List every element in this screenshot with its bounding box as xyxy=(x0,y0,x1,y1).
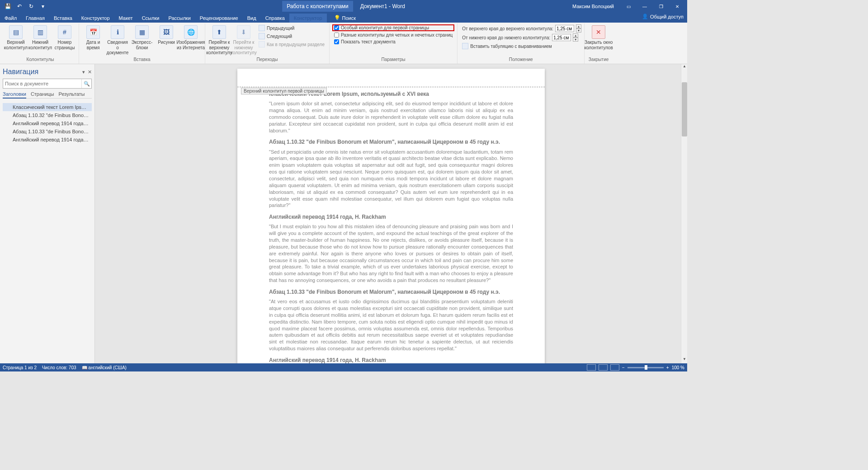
previous-section-button[interactable]: Предыдущий xyxy=(257,24,326,32)
spin-up-icon[interactable]: ▲ xyxy=(576,24,581,28)
diff-oddeven-check[interactable] xyxy=(334,33,339,38)
view-print-layout-button[interactable] xyxy=(599,364,608,371)
tab-layout[interactable]: Макет xyxy=(114,14,137,23)
tab-design[interactable]: Конструктор xyxy=(77,14,114,23)
tab-view[interactable]: Вид xyxy=(243,14,261,23)
scroll-down-icon[interactable]: ▼ xyxy=(681,357,687,363)
scroll-up-icon[interactable]: ▲ xyxy=(681,64,687,70)
different-odd-even-checkbox[interactable]: Разные колонтитулы для четных и нечетных… xyxy=(332,32,454,38)
vertical-scrollbar[interactable]: ▲ ▼ xyxy=(681,64,687,363)
tab-file[interactable]: Файл xyxy=(0,14,21,23)
nav-search-input[interactable] xyxy=(3,79,81,88)
zoom-out-button[interactable]: − xyxy=(622,365,625,370)
doc-info-button[interactable]: ℹСведения о документе xyxy=(106,24,129,56)
view-read-mode-button[interactable] xyxy=(587,364,596,371)
tab-insert[interactable]: Вставка xyxy=(49,14,77,23)
status-word-count[interactable]: Число слов: 703 xyxy=(42,365,76,370)
from-bottom-input[interactable] xyxy=(552,34,571,41)
date-time-button[interactable]: 📅Дата и время xyxy=(82,24,104,50)
goto-header-icon: ⬆ xyxy=(212,25,226,39)
page-number-button[interactable]: #Номер страницы xyxy=(53,24,76,50)
view-web-layout-button[interactable] xyxy=(610,364,619,371)
spin-down-icon[interactable]: ▼ xyxy=(576,28,581,33)
nav-heading-item[interactable]: Абзац 1.10.33 "de Finibus Bonorum et Mal… xyxy=(3,127,92,136)
nav-close-icon[interactable]: ✕ xyxy=(88,69,92,75)
zoom-slider[interactable] xyxy=(627,367,664,368)
share-icon: 👤 xyxy=(642,14,648,19)
nav-title-text: Навигация xyxy=(3,68,38,76)
nav-heading-item[interactable]: Абзац 1.10.32 "de Finibus Bonorum et Mal… xyxy=(3,111,92,119)
bottom-header-button[interactable]: ▥Нижний колонтитул xyxy=(29,24,52,50)
close-header-footer-button[interactable]: ✕Закрыть окно колонтитулов xyxy=(587,24,610,50)
show-text-check[interactable] xyxy=(334,39,339,44)
share-button[interactable]: 👤 Общий доступ xyxy=(642,14,684,19)
goto-header-button[interactable]: ⬆Перейти к верхнему колонтитулу xyxy=(208,24,231,56)
undo-icon[interactable]: ↶ xyxy=(14,1,24,11)
redo-icon[interactable]: ↻ xyxy=(26,1,36,11)
quick-parts-button[interactable]: ▦Экспресс-блоки xyxy=(131,24,153,50)
next-section-button[interactable]: Следующий xyxy=(257,33,326,40)
document-area[interactable]: Верхний колонтитул первой страницы Класс… xyxy=(95,64,687,363)
insert-tab-alignment-button[interactable]: Вставить табуляцию с выравниванием xyxy=(460,42,581,50)
link-icon xyxy=(259,41,265,47)
status-language[interactable]: 📖 английский (США) xyxy=(82,365,127,370)
quick-parts-label: Экспресс-блоки xyxy=(131,40,153,50)
pictures-button[interactable]: 🖼Рисунки xyxy=(155,24,178,45)
tell-me-search[interactable]: 💡 Поиск xyxy=(330,13,359,23)
zoom-knob[interactable] xyxy=(645,365,647,370)
close-hf-label: Закрыть окно колонтитулов xyxy=(584,40,613,50)
user-name: Максим Волоцкий xyxy=(572,4,614,9)
different-first-page-checkbox[interactable]: Особый колонтитул для первой страницы xyxy=(332,24,454,31)
link-previous-button[interactable]: Как в предыдущем разделе xyxy=(257,41,326,48)
zoom-level[interactable]: 100 % xyxy=(672,365,684,370)
nav-tab-headings[interactable]: Заголовки xyxy=(3,91,26,99)
nav-heading-item[interactable]: Английский перевод 1914 года, H. Rackham xyxy=(3,136,92,144)
zoom-in-button[interactable]: + xyxy=(666,365,669,370)
doc-heading: Абзац 1.10.32 "de Finibus Bonorum et Mal… xyxy=(269,138,513,146)
status-page[interactable]: Страница 1 из 2 xyxy=(3,365,37,370)
ribbon-options-icon[interactable]: ▭ xyxy=(620,0,637,13)
spin-down-icon[interactable]: ▼ xyxy=(573,38,578,42)
tab-home[interactable]: Главная xyxy=(21,14,49,23)
goto-footer-button[interactable]: ⬇Перейти к нижнему колонтитулу xyxy=(232,24,255,56)
status-language-text: английский (США) xyxy=(88,365,127,370)
nav-tab-pages[interactable]: Страницы xyxy=(31,91,54,97)
show-document-text-checkbox[interactable]: Показать текст документа xyxy=(332,39,454,45)
nav-heading-item[interactable]: Английский перевод 1914 года, H. Rackham xyxy=(3,119,92,127)
top-header-button[interactable]: ▤Верхний колонтитул xyxy=(5,24,27,50)
save-icon[interactable]: 💾 xyxy=(3,1,13,11)
ribbon: ▤Верхний колонтитул ▥Нижний колонтитул #… xyxy=(0,23,687,64)
from-top-input[interactable] xyxy=(555,25,574,32)
date-time-label: Дата и время xyxy=(82,40,104,50)
maximize-icon[interactable]: ❐ xyxy=(653,0,669,13)
doc-heading: Английский перевод 1914 года, H. Rackham xyxy=(269,357,513,363)
online-pictures-button[interactable]: 🌐Изображения из Интернета xyxy=(179,24,202,50)
header-tag: Верхний колонтитул первой страницы xyxy=(241,88,327,94)
page[interactable]: Верхний колонтитул первой страницы Класс… xyxy=(237,69,545,363)
minimize-icon[interactable]: — xyxy=(637,0,653,13)
scroll-thumb[interactable] xyxy=(682,82,687,136)
close-icon[interactable]: ✕ xyxy=(669,0,685,13)
doc-paragraph: "Lorem ipsum dolor sit amet, consectetur… xyxy=(269,100,513,134)
spin-up-icon[interactable]: ▲ xyxy=(573,33,578,38)
diff-first-check[interactable] xyxy=(334,25,339,30)
search-icon[interactable]: 🔍 xyxy=(81,79,91,88)
tab-header-footer-design[interactable]: Конструктор xyxy=(289,14,327,23)
tab-mailings[interactable]: Рассылки xyxy=(164,14,195,23)
tab-review[interactable]: Рецензирование xyxy=(195,14,243,23)
nav-dropdown-icon[interactable]: ▾ xyxy=(82,69,85,75)
nav-heading-item[interactable]: Классический текст Lorem Ipsum, использу… xyxy=(3,103,92,111)
previous-section-label: Предыдущий xyxy=(267,26,294,31)
footer-from-bottom-row: От нижнего края до нижнего колонтитула:▲… xyxy=(460,33,581,42)
nav-tab-results[interactable]: Результаты xyxy=(59,91,85,97)
tab-help[interactable]: Справка xyxy=(261,14,289,23)
qat-customize-icon[interactable]: ▾ xyxy=(38,1,48,11)
nav-search-box[interactable]: 🔍 xyxy=(3,79,92,89)
page-body: Классический текст Lorem Ipsum, использу… xyxy=(269,90,513,363)
navigation-pane: Навигация▾✕ 🔍 Заголовки Страницы Результ… xyxy=(0,64,95,363)
picture-icon: 🖼 xyxy=(160,25,173,39)
pictures-label: Рисунки xyxy=(158,40,175,45)
tab-references[interactable]: Ссылки xyxy=(137,14,164,23)
goto-footer-icon: ⬇ xyxy=(237,25,250,39)
lightbulb-icon: 💡 xyxy=(334,15,340,21)
